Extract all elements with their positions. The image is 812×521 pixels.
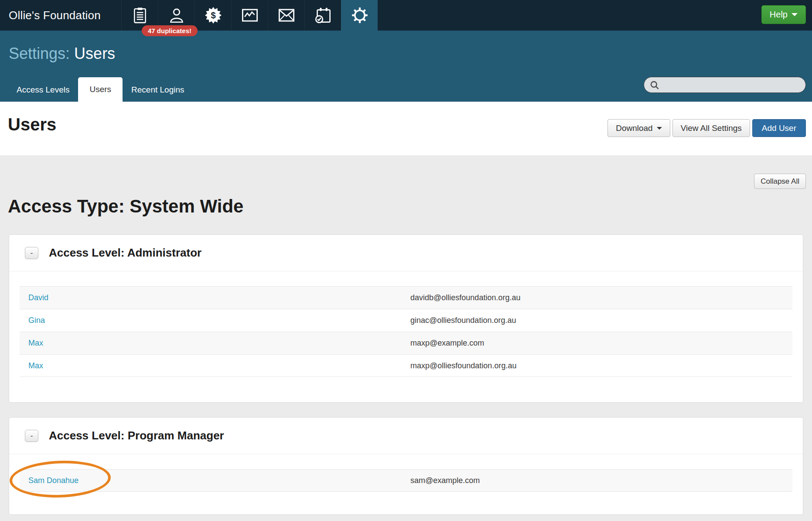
users-actions: Download View All Settings Add User: [607, 119, 806, 137]
access-type-heading: Access Type: System Wide: [8, 196, 812, 217]
user-link-sam-donahue[interactable]: Sam Donahue: [28, 476, 410, 485]
settings-subheader: Settings: Users Access Levels Users Rece…: [0, 31, 812, 102]
tab-access-levels[interactable]: Access Levels: [8, 78, 78, 102]
download-button-label: Download: [616, 123, 653, 133]
clipboard-icon: [133, 7, 147, 24]
users-content: Collapse All Access Type: System Wide - …: [0, 155, 812, 515]
collapse-row: Collapse All: [0, 155, 812, 189]
calendar-check-icon: [315, 7, 331, 24]
table-row: Max maxp@example.com: [20, 332, 792, 354]
table-row: Sam Donahue sam@example.com: [20, 469, 792, 492]
page: Ollie's Foundation $: [0, 0, 812, 521]
collapse-toggle-button[interactable]: -: [25, 430, 38, 442]
add-user-label: Add User: [762, 123, 796, 133]
user-link[interactable]: Max: [28, 361, 410, 370]
user-email: sam@example.com: [410, 476, 792, 485]
brand: Ollie's Foundation: [0, 0, 121, 31]
access-level-panel-administrator: - Access Level: Administrator David davi…: [9, 234, 803, 403]
gear-icon: [351, 7, 368, 24]
user-email: maxp@example.com: [410, 339, 792, 348]
user-email: davidb@olliesfoundation.org.au: [410, 293, 792, 302]
user-email: ginac@olliesfoundation.org.au: [410, 316, 792, 325]
panel-header: - Access Level: Administrator: [9, 235, 803, 271]
tab-recent-logins[interactable]: Recent Logins: [123, 78, 193, 102]
download-button[interactable]: Download: [607, 119, 670, 137]
collapse-toggle-button[interactable]: -: [25, 247, 38, 259]
person-icon: [169, 7, 184, 23]
help-button-label: Help: [770, 10, 788, 20]
table-row: David davidb@olliesfoundation.org.au: [20, 286, 792, 309]
access-level-panel-program-manager: - Access Level: Program Manager Sam Dona…: [9, 417, 803, 515]
users-title-band: Users Download View All Settings Add Use…: [0, 102, 812, 155]
collapse-all-button[interactable]: Collapse All: [754, 174, 806, 189]
view-all-settings-label: View All Settings: [681, 123, 742, 133]
help-button[interactable]: Help: [761, 5, 806, 24]
settings-page-title: Settings: Users: [9, 45, 115, 63]
table-row: Gina ginac@olliesfoundation.org.au: [20, 309, 792, 332]
table-row: Max maxp@olliesfoundation.org.au: [20, 354, 792, 377]
nav-item-mail[interactable]: [268, 0, 304, 31]
settings-title-prefix: Settings:: [9, 45, 70, 62]
settings-title-current: Users: [74, 45, 115, 62]
add-user-button[interactable]: Add User: [752, 119, 806, 137]
mail-icon: [278, 8, 295, 22]
view-all-settings-button[interactable]: View All Settings: [672, 119, 750, 137]
search-icon: [649, 80, 660, 90]
user-link[interactable]: David: [28, 293, 410, 302]
access-level-heading: Access Level: Program Manager: [49, 429, 224, 442]
duplicates-badge[interactable]: 47 duplicates!: [142, 25, 198, 36]
user-link[interactable]: Gina: [28, 316, 410, 325]
user-list: Sam Donahue sam@example.com: [20, 469, 792, 492]
nav-item-settings[interactable]: [341, 0, 378, 31]
nav-item-donations[interactable]: $: [194, 0, 231, 31]
caret-down-icon: [657, 127, 662, 130]
dollar-seal-icon: $: [205, 7, 222, 24]
panel-header: - Access Level: Program Manager: [9, 418, 803, 454]
search-input[interactable]: [663, 81, 794, 89]
user-list: David davidb@olliesfoundation.org.au Gin…: [20, 286, 792, 377]
svg-text:$: $: [211, 10, 215, 20]
nav-item-tasks[interactable]: [304, 0, 341, 31]
chart-icon: [242, 8, 258, 23]
nav-item-reports[interactable]: [231, 0, 268, 31]
tab-users[interactable]: Users: [78, 77, 123, 102]
user-link[interactable]: Max: [28, 339, 410, 348]
users-heading: Users: [8, 115, 56, 134]
caret-down-icon: [792, 13, 798, 16]
search-box: [644, 77, 806, 93]
user-email: maxp@olliesfoundation.org.au: [410, 361, 792, 370]
top-navbar: Ollie's Foundation $: [0, 0, 812, 31]
access-level-heading: Access Level: Administrator: [49, 246, 201, 260]
